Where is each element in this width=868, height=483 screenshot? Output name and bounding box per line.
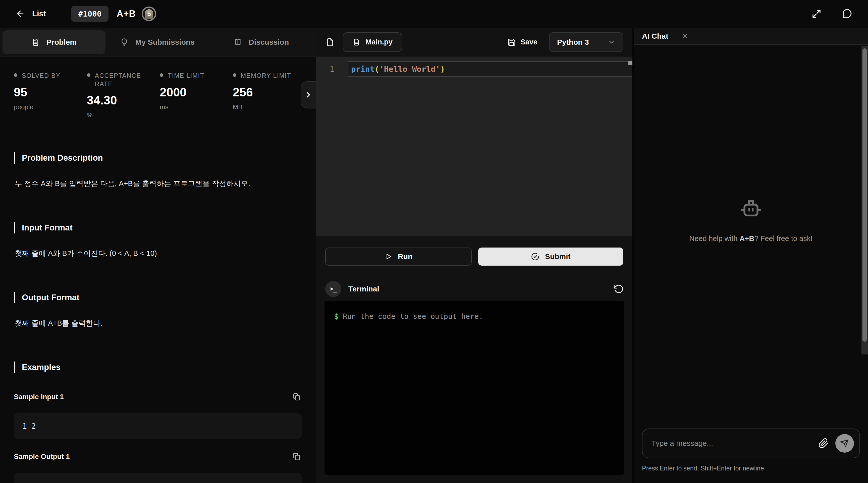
tab-my-submissions-label: My Submissions: [135, 38, 195, 46]
file-tab-mainpy[interactable]: Main.py: [343, 32, 402, 52]
book-icon: [234, 38, 242, 46]
copy-icon[interactable]: [291, 451, 302, 462]
back-to-list-button[interactable]: List: [16, 9, 46, 19]
code-editor[interactable]: 1 print('Hello World'): [316, 57, 632, 236]
main-area: Problem My Submissions Discussion: [0, 28, 868, 483]
bullet-dot-icon: [87, 73, 90, 77]
language-select[interactable]: Python 3: [549, 32, 623, 52]
terminal-placeholder-text: Run the code to see output here.: [343, 312, 483, 321]
chat-scrollbar[interactable]: [862, 46, 868, 354]
document-icon: [31, 38, 40, 46]
ai-chat-panel: AI Chat × Need help with A+B? Feel free …: [634, 28, 868, 483]
close-icon[interactable]: ×: [682, 32, 688, 41]
stat-label: MEMORY LIMIT: [241, 71, 291, 80]
fullscreen-icon[interactable]: [811, 8, 822, 19]
send-button[interactable]: [835, 434, 854, 453]
collapse-panel-button[interactable]: [301, 81, 316, 108]
tier-badge: 5: [142, 6, 156, 21]
section-body: 첫째 줄에 A+B를 출력한다.: [14, 318, 302, 328]
chat-bubble-icon[interactable]: [841, 8, 852, 19]
code-paren-close: ): [440, 65, 445, 73]
chat-header: AI Chat ×: [634, 28, 868, 45]
file-tab-label: Main.py: [366, 38, 393, 46]
stat-value: 2000: [160, 85, 233, 99]
tab-discussion[interactable]: Discussion: [210, 30, 313, 54]
run-button[interactable]: Run: [325, 248, 472, 266]
actions-row: Run Submit: [316, 236, 632, 277]
chat-empty-problem-name: A+B: [739, 234, 754, 243]
tab-discussion-label: Discussion: [249, 38, 289, 46]
stat-value: 34.30: [87, 93, 160, 107]
chat-input-area: Type a message... Press Enter to send, S…: [634, 355, 868, 483]
tier-number: 5: [147, 10, 151, 18]
top-bar: List #1000 A+B 5: [0, 0, 868, 28]
code-line-1: 1 print('Hello World'): [316, 57, 632, 77]
tier-shield-icon: 5: [145, 8, 153, 19]
tab-problem[interactable]: Problem: [2, 30, 105, 54]
terminal-output[interactable]: $ Run the code to see output here.: [324, 301, 624, 475]
reset-terminal-icon[interactable]: [613, 284, 623, 294]
bullet-dot-icon: [233, 73, 236, 77]
play-icon: [384, 253, 392, 261]
back-label: List: [32, 9, 46, 18]
terminal-header: >_ Terminal: [316, 277, 632, 301]
terminal-prompt: $: [334, 312, 338, 321]
save-button[interactable]: Save: [507, 38, 537, 46]
save-icon: [507, 38, 516, 46]
section-examples: Examples Sample Input 1 1 2 Sample Outpu…: [14, 361, 302, 483]
file-icon: [352, 38, 361, 46]
submit-button[interactable]: Submit: [478, 248, 624, 266]
chevron-down-icon: [608, 38, 615, 46]
language-value: Python 3: [557, 38, 589, 46]
section-output-format: Output Format 첫째 줄에 A+B를 출력한다.: [14, 292, 302, 328]
paper-plane-icon: [840, 439, 849, 448]
chat-input[interactable]: Type a message...: [642, 428, 860, 458]
section-heading: Output Format: [22, 293, 80, 302]
problem-title: A+B: [117, 8, 135, 19]
section-body: 첫째 줄에 A와 B가 주어진다. (0 < A, B < 10): [14, 249, 302, 259]
check-circle-icon: [531, 252, 539, 261]
code-keyword: print: [351, 65, 374, 73]
line-number: 1: [316, 61, 348, 77]
section-input-format: Input Format 첫째 줄에 A와 B가 주어진다. (0 < A, B…: [14, 222, 302, 259]
stat-value: 95: [14, 85, 87, 99]
section-problem-description: Problem Description 두 정수 A와 B를 입력받은 다음, …: [14, 152, 302, 189]
tab-problem-label: Problem: [46, 38, 76, 46]
paperclip-icon[interactable]: [818, 438, 829, 449]
copy-icon[interactable]: [291, 392, 302, 402]
stat-unit: MB: [233, 103, 306, 111]
section-heading: Examples: [22, 362, 61, 372]
chat-input-placeholder: Type a message...: [651, 439, 812, 448]
stats-row: SOLVED BY 95 people ACCEPTANCE RATE 34.3…: [0, 57, 316, 119]
sample-output-label: Sample Output 1: [14, 453, 69, 461]
active-line: print('Hello World'): [348, 61, 632, 77]
problem-id-badge: #1000: [71, 6, 108, 22]
stat-unit: ms: [160, 103, 233, 111]
sample-input-box: 1 2: [14, 413, 302, 439]
chevron-right-icon: [304, 91, 313, 99]
problem-content: SOLVED BY 95 people ACCEPTANCE RATE 34.3…: [0, 57, 316, 483]
problem-panel: Problem My Submissions Discussion: [0, 28, 316, 483]
new-file-icon[interactable]: [325, 37, 335, 47]
stat-value: 256: [233, 85, 306, 99]
editor-scrollbar-thumb[interactable]: [628, 61, 632, 65]
code-string: 'Hello World': [379, 65, 440, 73]
chat-scrollbar-thumb[interactable]: [863, 49, 867, 342]
terminal-title: Terminal: [348, 285, 379, 293]
stat-label: TIME LIMIT: [168, 71, 205, 80]
chat-messages: Need help with A+B? Feel free to ask!: [634, 45, 868, 355]
section-body: 두 정수 A와 B를 입력받은 다음, A+B를 출력하는 프로그램을 작성하시…: [14, 179, 302, 189]
stat-label: SOLVED BY: [22, 71, 60, 80]
tab-my-submissions[interactable]: My Submissions: [105, 30, 210, 54]
stat-time-limit: TIME LIMIT 2000 ms: [160, 71, 233, 119]
sample-output-box: 3: [14, 473, 302, 483]
save-label: Save: [520, 38, 537, 46]
chat-empty-state-text: Need help with A+B? Feel free to ask!: [689, 234, 813, 243]
editor-header: Main.py Save Python 3: [316, 28, 632, 57]
stat-solved-by: SOLVED BY 95 people: [14, 71, 87, 119]
bullet-dot-icon: [160, 73, 163, 77]
sample-input-label: Sample Input 1: [14, 393, 64, 401]
lightbulb-icon: [120, 38, 129, 46]
sample-input-row: Sample Input 1: [14, 392, 302, 402]
editor-panel: Main.py Save Python 3: [316, 28, 634, 483]
